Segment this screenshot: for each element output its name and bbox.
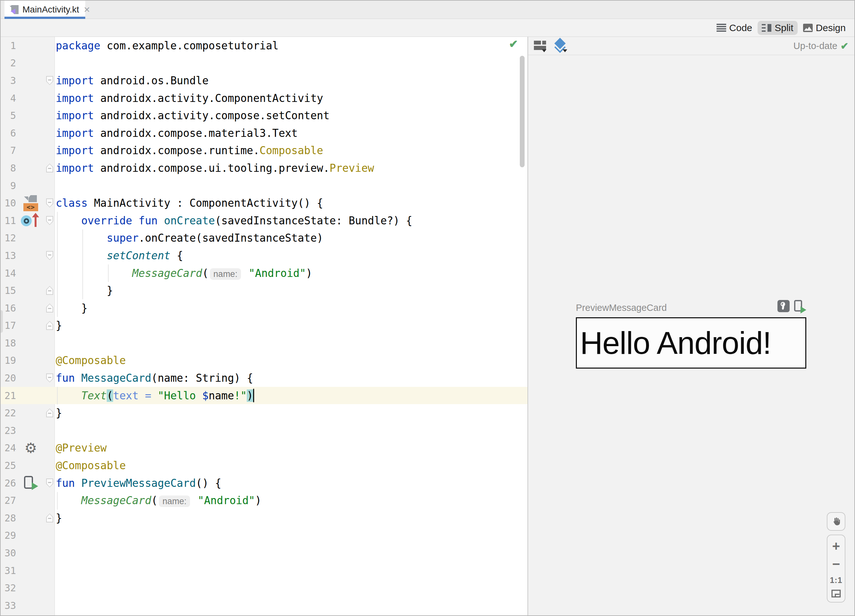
fold-marker[interactable] — [46, 321, 53, 330]
code-editor[interactable]: 1package com.example.composetutorial23im… — [1, 37, 527, 615]
fold-marker[interactable] — [46, 251, 53, 260]
code-line[interactable]: 31 — [1, 562, 527, 579]
code-line[interactable]: 12 super.onCreate(savedInstanceState) — [1, 230, 527, 247]
code-line[interactable]: 20fun MessageCard(name: String) { — [1, 369, 527, 387]
code-line[interactable]: 17} — [1, 317, 527, 335]
preview-name-label[interactable]: PreviewMessageCard — [576, 303, 667, 313]
code-text[interactable]: @Preview — [55, 442, 527, 454]
code-line[interactable]: 14 MessageCard(name: "Android") — [1, 264, 527, 282]
code-line[interactable]: 9 — [1, 177, 527, 195]
fold-marker[interactable] — [46, 513, 53, 523]
fold-marker[interactable] — [46, 303, 53, 313]
interactive-preview-icon[interactable] — [777, 300, 790, 312]
code-line[interactable]: 18 — [1, 334, 527, 352]
code-text[interactable]: override fun onCreate(savedInstanceState… — [55, 215, 527, 227]
design-view-icon — [803, 24, 813, 32]
fold-marker[interactable] — [46, 373, 53, 382]
code-text[interactable]: import androidx.activity.compose.setCont… — [55, 109, 527, 122]
code-text[interactable]: fun PreviewMessageCard() { — [55, 477, 527, 489]
code-text[interactable]: import androidx.compose.ui.tooling.previ… — [55, 162, 527, 174]
pan-button[interactable] — [827, 512, 845, 531]
line-number: 15 — [1, 285, 16, 296]
code-line[interactable]: 19@Composable — [1, 352, 527, 369]
code-line[interactable]: 1package com.example.composetutorial — [1, 37, 527, 55]
code-text[interactable]: class MainActivity : ComponentActivity()… — [55, 197, 527, 209]
run-preview-on-device-icon[interactable] — [794, 300, 806, 313]
run-preview-icon[interactable] — [23, 475, 38, 491]
fold-marker[interactable] — [46, 76, 53, 85]
view-options-icon[interactable] — [534, 40, 547, 52]
zoom-out-button[interactable]: − — [832, 557, 840, 571]
code-line[interactable]: 3import android.os.Bundle — [1, 72, 527, 89]
code-line[interactable]: 15 } — [1, 282, 527, 299]
actual-size-button[interactable]: 1:1 — [830, 576, 842, 585]
fold-marker[interactable] — [46, 408, 53, 417]
code-line[interactable]: 30 — [1, 544, 527, 562]
code-text[interactable]: } — [55, 302, 527, 314]
class-android-component-icon[interactable]: <> — [23, 195, 38, 211]
code-text[interactable]: MessageCard(name: "Android") — [55, 267, 527, 279]
code-text[interactable]: Text(text = "Hello $name!") — [55, 389, 527, 402]
fold-marker[interactable] — [46, 216, 53, 225]
fold-marker[interactable] — [46, 164, 53, 172]
code-text[interactable]: super.onCreate(savedInstanceState) — [55, 232, 527, 244]
code-line[interactable]: 24⚙@Preview — [1, 440, 527, 457]
code-text[interactable]: import androidx.activity.ComponentActivi… — [55, 92, 527, 104]
close-icon[interactable]: ✕ — [84, 5, 90, 14]
code-line[interactable]: 29 — [1, 527, 527, 544]
fold-column — [46, 247, 55, 264]
tab-mainactivity[interactable]: MainActivity.kt ✕ — [5, 1, 85, 18]
preview-render-frame[interactable]: Hello Android! — [576, 317, 806, 369]
tab-title: MainActivity.kt — [23, 5, 79, 15]
code-text[interactable]: } — [55, 512, 527, 524]
code-line[interactable]: 13 setContent { — [1, 247, 527, 264]
code-text[interactable]: @Composable — [55, 459, 527, 472]
code-line[interactable]: 4import androidx.activity.ComponentActiv… — [1, 89, 527, 107]
code-line[interactable]: 32 — [1, 579, 527, 597]
code-line[interactable]: 28} — [1, 509, 527, 527]
code-line[interactable]: 25@Composable — [1, 457, 527, 474]
preview-canvas[interactable]: PreviewMessageCard Hello Android! + − 1:… — [528, 55, 854, 615]
preview-settings-gear-icon[interactable]: ⚙ — [25, 441, 37, 455]
code-line[interactable]: 7import androidx.compose.runtime.Composa… — [1, 142, 527, 159]
code-line[interactable]: 21 Text(text = "Hello $name!") — [1, 387, 527, 405]
fit-to-screen-icon[interactable] — [831, 589, 841, 598]
code-text[interactable]: package com.example.composetutorial — [55, 40, 527, 52]
fold-marker[interactable] — [46, 478, 53, 487]
fold-column — [46, 334, 55, 352]
code-text[interactable]: @Composable — [55, 354, 527, 367]
fold-column — [46, 474, 55, 492]
code-line[interactable]: 16 } — [1, 299, 527, 317]
fold-marker[interactable] — [46, 198, 53, 207]
code-text[interactable]: } — [55, 284, 527, 297]
code-line[interactable]: 8import androidx.compose.ui.tooling.prev… — [1, 159, 527, 177]
code-line[interactable]: 33 — [1, 597, 527, 614]
code-line[interactable]: 2 — [1, 55, 527, 72]
code-line[interactable]: 6import androidx.compose.material3.Text — [1, 124, 527, 142]
code-line[interactable]: 23 — [1, 422, 527, 440]
fold-marker[interactable] — [46, 286, 53, 295]
zoom-in-button[interactable]: + — [832, 539, 840, 553]
design-view-button[interactable]: Design — [799, 21, 850, 35]
code-text[interactable]: } — [55, 407, 527, 419]
code-text[interactable]: import androidx.compose.runtime.Composab… — [55, 144, 527, 157]
code-line[interactable]: 34 — [1, 614, 527, 615]
code-view-button[interactable]: Code — [712, 21, 757, 35]
layers-icon[interactable] — [554, 40, 568, 52]
code-line[interactable]: 22} — [1, 404, 527, 422]
overrides-method-icon[interactable] — [21, 213, 41, 228]
code-line[interactable]: 26fun PreviewMessageCard() { — [1, 474, 527, 492]
code-line[interactable]: 10<>class MainActivity : ComponentActivi… — [1, 194, 527, 212]
code-line[interactable]: 27 MessageCard(name: "Android") — [1, 492, 527, 509]
split-view-button[interactable]: Split — [758, 21, 797, 35]
code-line[interactable]: 5import androidx.activity.compose.setCon… — [1, 107, 527, 124]
inspection-ok-icon[interactable]: ✔ — [509, 37, 518, 50]
code-text[interactable]: import androidx.compose.material3.Text — [55, 127, 527, 139]
code-text[interactable]: } — [55, 319, 527, 332]
code-text[interactable]: setContent { — [55, 249, 527, 262]
code-text[interactable]: fun MessageCard(name: String) { — [55, 372, 527, 384]
code-text[interactable]: import android.os.Bundle — [55, 74, 527, 87]
editor-scrollbar[interactable] — [520, 56, 525, 167]
code-text[interactable]: MessageCard(name: "Android") — [55, 494, 527, 507]
code-line[interactable]: 11 override fun onCreate(savedInstanceSt… — [1, 212, 527, 230]
